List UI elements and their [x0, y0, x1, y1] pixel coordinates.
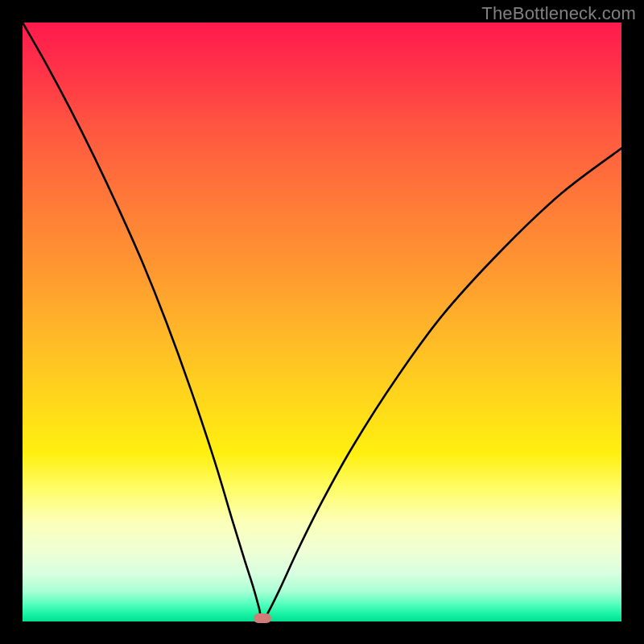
series-curve-path — [23, 23, 621, 621]
minimum-marker — [254, 613, 271, 623]
plot-area — [23, 23, 621, 621]
chart-stage: TheBottleneck.com — [0, 0, 644, 644]
watermark-label: TheBottleneck.com — [481, 3, 636, 24]
series-curve-svg — [23, 23, 621, 621]
